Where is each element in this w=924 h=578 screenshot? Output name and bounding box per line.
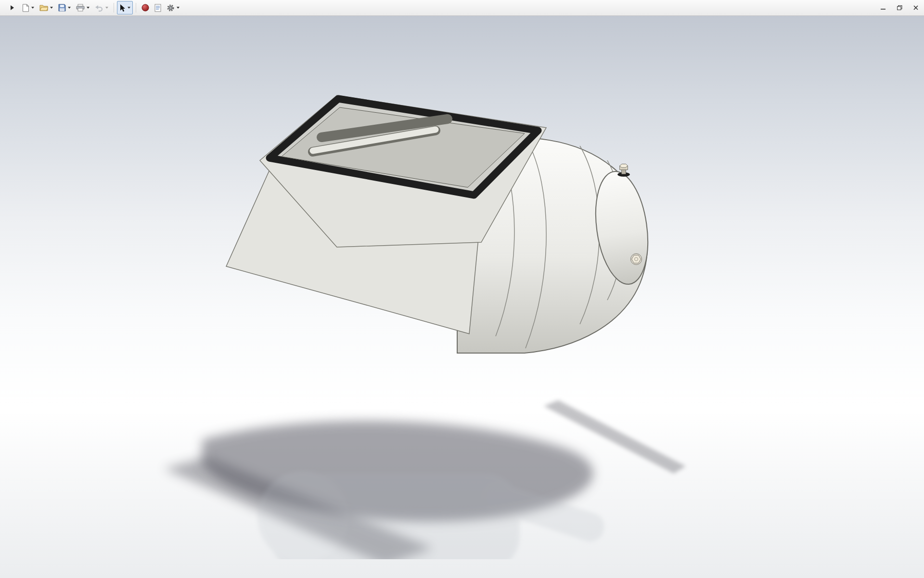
new-document-button[interactable]: [20, 1, 37, 14]
floor-shadow: [164, 400, 686, 559]
toolbar-separator: [114, 3, 114, 13]
options-gear-icon: [167, 4, 175, 12]
quick-access-toolbar: [20, 1, 182, 14]
title-bar: [0, 0, 924, 16]
save-floppy-icon: [58, 4, 66, 12]
open-folder-icon: [39, 4, 48, 12]
help-button[interactable]: [859, 0, 875, 15]
dropdown-caret-icon[interactable]: [68, 7, 71, 9]
close-button[interactable]: [908, 0, 924, 15]
dropdown-caret-icon[interactable]: [128, 7, 130, 9]
dropdown-caret-icon[interactable]: [31, 7, 34, 9]
save-button[interactable]: [56, 1, 73, 14]
restore-icon: [897, 5, 903, 11]
dropdown-caret-icon[interactable]: [177, 7, 180, 9]
minimize-icon: [880, 5, 886, 11]
restore-button[interactable]: [891, 0, 908, 15]
undo-icon: [95, 4, 103, 12]
graphics-viewport[interactable]: [0, 16, 924, 578]
minimize-button[interactable]: [875, 0, 891, 15]
window-controls: [859, 0, 924, 15]
menu-flyout-arrow-icon[interactable]: [11, 5, 14, 10]
gearbox-3d-model[interactable]: [0, 16, 924, 559]
print-icon: [76, 4, 85, 12]
rebuild-icon: [141, 4, 149, 12]
new-document-icon: [22, 4, 29, 12]
toolbar-separator: [136, 3, 136, 13]
open-button[interactable]: [37, 1, 55, 14]
solidworks-window: [0, 0, 924, 578]
undo-button[interactable]: [92, 1, 111, 14]
dropdown-caret-icon[interactable]: [87, 7, 90, 9]
options-button[interactable]: [164, 1, 182, 14]
file-properties-icon: [154, 4, 161, 12]
close-icon: [913, 5, 919, 11]
select-tool-button[interactable]: [117, 1, 133, 14]
dropdown-caret-icon[interactable]: [105, 7, 108, 9]
rebuild-button[interactable]: [139, 1, 152, 14]
dropdown-caret-icon[interactable]: [50, 7, 53, 9]
print-button[interactable]: [74, 1, 92, 14]
file-properties-button[interactable]: [152, 1, 164, 14]
select-arrow-icon: [119, 4, 126, 12]
